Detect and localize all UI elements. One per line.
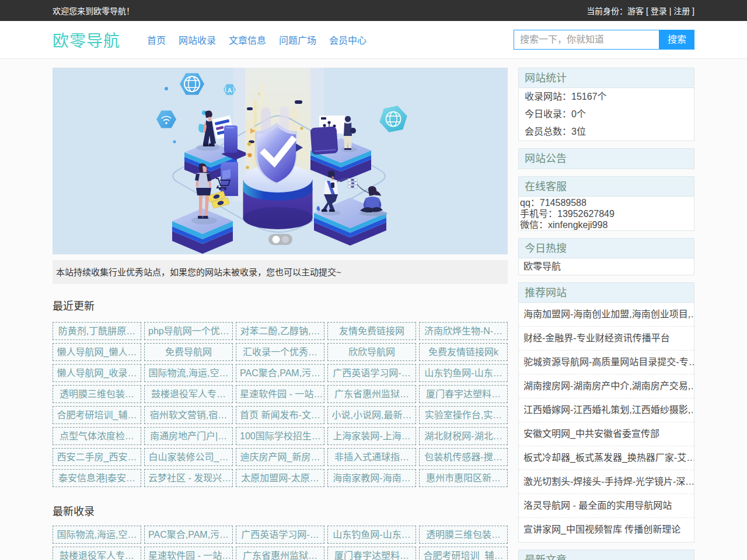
- svg-text:A: A: [228, 87, 232, 94]
